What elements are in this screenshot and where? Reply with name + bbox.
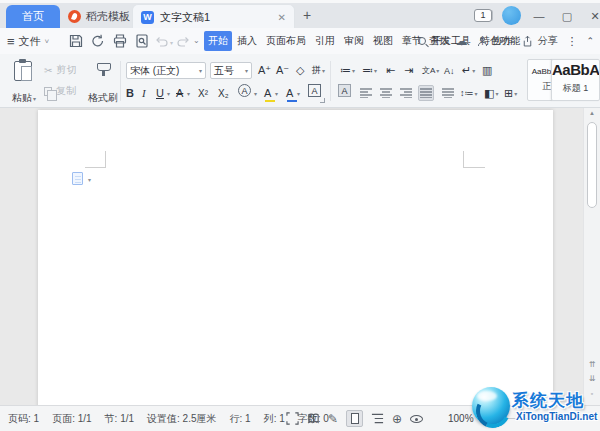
ribbon-tab-review[interactable]: 审阅 bbox=[340, 31, 368, 51]
align-center-button[interactable] bbox=[378, 85, 394, 101]
scrollbar-thumb[interactable] bbox=[587, 122, 597, 208]
tab-document-label: 文字文稿1 bbox=[160, 10, 210, 25]
underline-dropdown-icon[interactable]: ▾ bbox=[167, 90, 170, 97]
clear-format-button[interactable]: ◇ bbox=[296, 62, 304, 79]
grow-font-button[interactable]: A⁺ bbox=[258, 62, 271, 79]
text-effects-dropdown-icon[interactable]: ▾ bbox=[254, 90, 257, 97]
format-painter-button[interactable] bbox=[88, 61, 118, 79]
ink-mode-icon[interactable]: ✎ bbox=[328, 413, 338, 425]
find-button[interactable]: 查找 bbox=[418, 28, 449, 54]
status-margin-setting[interactable]: 设置值: 2.5厘米 bbox=[147, 412, 216, 426]
sort-button[interactable]: A↓ bbox=[444, 62, 455, 79]
cut-button[interactable]: ✂ 剪切 bbox=[44, 63, 76, 77]
ribbon-tab-home[interactable]: 开始 bbox=[204, 31, 232, 51]
strikethrough-button[interactable]: A bbox=[176, 84, 183, 102]
decrease-indent-button[interactable]: ⇤ bbox=[386, 62, 395, 79]
fullscreen-icon[interactable] bbox=[286, 412, 299, 425]
format-painter-label[interactable]: 格式刷 bbox=[84, 91, 122, 105]
status-page-count[interactable]: 页面: 1/1 bbox=[52, 412, 91, 426]
character-shading-button[interactable]: A bbox=[338, 84, 351, 97]
align-right-button[interactable] bbox=[398, 85, 414, 101]
increase-indent-button[interactable]: ⇥ bbox=[404, 62, 413, 79]
tab-document[interactable]: W 文字文稿1 ✕ bbox=[132, 4, 295, 29]
bold-button[interactable]: B bbox=[126, 84, 134, 102]
justify-button[interactable] bbox=[418, 85, 434, 101]
line-spacing-button[interactable]: ↕≔▾ bbox=[460, 84, 478, 102]
export-icon bbox=[90, 33, 106, 49]
paste-button[interactable]: 粘贴▾ bbox=[6, 91, 42, 105]
strikethrough-dropdown-icon[interactable]: ▾ bbox=[187, 90, 190, 97]
collaborate-button[interactable]: 协作 bbox=[476, 34, 512, 48]
xitongtiandi-watermark: 系统天地 XiTongTianDi.net bbox=[470, 383, 600, 431]
status-line[interactable]: 行: 1 bbox=[230, 412, 251, 426]
smart-paste-icon[interactable] bbox=[72, 172, 83, 185]
new-tab-button[interactable]: + bbox=[303, 7, 311, 23]
undo-button[interactable] bbox=[154, 33, 170, 49]
save-button[interactable] bbox=[68, 33, 84, 49]
ribbon-tab-references[interactable]: 引用 bbox=[311, 31, 339, 51]
show-marks-button[interactable]: ↵▾ bbox=[462, 62, 475, 79]
next-page-button[interactable]: ⇊ bbox=[584, 374, 600, 383]
font-name-select[interactable]: 宋体 (正文)▾ bbox=[126, 62, 206, 79]
user-avatar[interactable] bbox=[502, 6, 521, 25]
outline-view-icon[interactable] bbox=[371, 412, 384, 425]
close-tab-icon[interactable]: ✕ bbox=[278, 12, 286, 23]
status-column[interactable]: 列: 1 bbox=[264, 412, 285, 426]
brush-icon bbox=[96, 63, 110, 75]
font-size-select[interactable]: 五号▾ bbox=[210, 62, 252, 79]
status-page-number[interactable]: 页码: 1 bbox=[8, 412, 39, 426]
shrink-font-button[interactable]: A⁻ bbox=[276, 62, 289, 79]
subscript-button[interactable]: X₂ bbox=[218, 84, 229, 102]
window-count-badge[interactable]: 1 bbox=[474, 9, 492, 22]
print-layout-button-active[interactable] bbox=[346, 410, 363, 427]
bullet-list-button[interactable]: ≔▾ bbox=[340, 62, 355, 79]
numbered-list-button[interactable]: ≕▾ bbox=[362, 62, 377, 79]
phonetic-guide-button[interactable]: 拼▾ bbox=[312, 62, 325, 79]
highlight-dropdown-icon[interactable]: ▾ bbox=[275, 90, 278, 97]
asian-layout-button[interactable]: 文A▾ bbox=[422, 62, 439, 79]
borders-button[interactable]: ⊞▾ bbox=[504, 84, 517, 102]
style-card-heading1[interactable]: AaBbA 标题 1 bbox=[551, 59, 600, 101]
more-options-icon[interactable]: ⋮ bbox=[566, 35, 577, 48]
save-icon bbox=[68, 33, 84, 49]
print-button[interactable] bbox=[112, 33, 128, 49]
read-mode-icon[interactable] bbox=[307, 412, 320, 425]
superscript-button[interactable]: X² bbox=[198, 84, 208, 102]
scroll-up-icon[interactable]: ▲ bbox=[584, 110, 600, 116]
web-layout-icon[interactable]: ⊕ bbox=[392, 413, 402, 425]
eye-protection-icon[interactable] bbox=[410, 415, 423, 423]
print-preview-button[interactable] bbox=[134, 33, 150, 49]
cloud-icon[interactable]: ☁ bbox=[455, 34, 467, 48]
redo-button[interactable] bbox=[175, 33, 191, 49]
shading-button[interactable]: ◧▾ bbox=[484, 84, 498, 102]
share-button[interactable]: 分享 bbox=[521, 34, 557, 48]
tab-docer-templates[interactable]: 稻壳模板 bbox=[68, 5, 130, 28]
font-color-dropdown-icon[interactable]: ▾ bbox=[297, 90, 300, 97]
status-section[interactable]: 节: 1/1 bbox=[105, 412, 134, 426]
underline-button[interactable]: U bbox=[156, 84, 164, 102]
font-color-button[interactable]: A bbox=[286, 84, 293, 102]
customize-quickbar-icon[interactable]: ⌄ bbox=[193, 36, 200, 45]
align-left-button[interactable] bbox=[358, 85, 374, 101]
copy-button[interactable]: 复制 bbox=[44, 84, 76, 98]
vertical-scrollbar[interactable]: ▲ ⇈ ⇊ ▫ bbox=[583, 108, 600, 405]
file-menu-button[interactable]: ≡ 文件 ˅ bbox=[7, 28, 49, 54]
collapse-ribbon-icon[interactable]: ⌃ bbox=[586, 36, 594, 46]
export-pdf-button[interactable] bbox=[90, 33, 106, 49]
italic-button[interactable]: I bbox=[142, 84, 146, 102]
tab-home[interactable]: 首页 bbox=[6, 5, 60, 28]
paste-icon[interactable] bbox=[14, 61, 32, 81]
ribbon-tab-insert[interactable]: 插入 bbox=[233, 31, 261, 51]
ribbon-tab-page-layout[interactable]: 页面布局 bbox=[262, 31, 310, 51]
close-window-button[interactable]: ✕ bbox=[584, 7, 600, 25]
character-border-button[interactable]: A bbox=[308, 84, 321, 97]
maximize-button[interactable]: ▢ bbox=[556, 7, 578, 25]
distribute-button[interactable] bbox=[440, 85, 456, 101]
undo-dropdown-icon[interactable]: ▾ bbox=[170, 39, 173, 46]
previous-page-button[interactable]: ⇈ bbox=[584, 360, 600, 369]
highlight-button[interactable]: A bbox=[264, 84, 271, 102]
ribbon-tab-view[interactable]: 视图 bbox=[369, 31, 397, 51]
minimize-button[interactable]: — bbox=[528, 7, 550, 25]
text-effects-button[interactable]: A bbox=[238, 84, 251, 97]
text-tools-button[interactable]: ▥ bbox=[482, 62, 492, 79]
